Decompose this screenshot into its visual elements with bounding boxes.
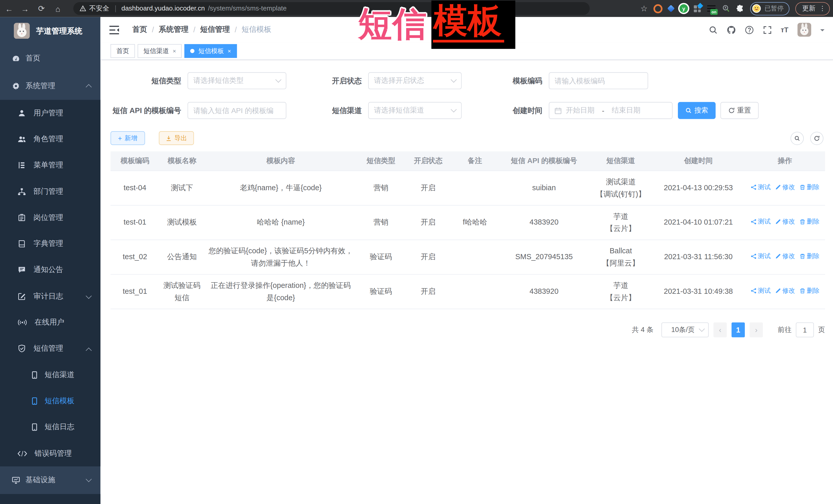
filter-label-status: 开启状态 [298,72,362,89]
tab-sms-template[interactable]: 短信模板× [185,44,237,58]
forward-icon[interactable]: → [18,0,32,17]
edit-link[interactable]: 修改 [775,286,795,296]
search-button[interactable]: 搜索 [678,102,716,119]
edit-link[interactable]: 修改 [775,251,795,262]
sms-type-select[interactable]: 请选择短信类型 [187,72,286,89]
prev-page-button[interactable]: ‹ [714,322,727,337]
add-button[interactable]: + 新增 [111,131,145,145]
test-link[interactable]: 测试 [751,251,771,262]
breadcrumb-system[interactable]: 系统管理 [159,25,188,34]
sidebar-item-roles[interactable]: 角色管理 [0,126,100,152]
col-header: 短信 API 的模板编号 [498,151,590,171]
cell-created: 2021-04-13 00:29:53 [652,178,745,198]
extension-orange-ring-icon[interactable] [653,4,663,13]
sidebar-item-departments[interactable]: 部门管理 [0,178,100,205]
breadcrumb-sms[interactable]: 短信管理 [200,25,230,34]
sidebar-item-infrastructure[interactable]: 基础设施 [0,466,100,494]
reload-icon[interactable]: ⟳ [34,0,48,17]
cell-remark [452,253,498,261]
cell-created: 2021-03-31 11:56:30 [652,247,745,267]
test-link[interactable]: 测试 [751,286,771,296]
sidebar-item-error-codes[interactable]: 错误码管理 [0,440,100,466]
edit-link[interactable]: 修改 [775,217,795,227]
app-logo[interactable]: 芋道管理系统 [0,17,100,45]
tab-home[interactable]: 首页 [111,44,135,58]
sidebar-item-sms[interactable]: 短信管理 [0,336,100,362]
sidebar-item-menus[interactable]: 菜单管理 [0,152,100,178]
sidebar-item-audit-log[interactable]: 审计日志 [0,283,100,309]
extension-green-icon[interactable]: y [680,4,688,13]
sidebar-item-notices[interactable]: 通知公告 [0,257,100,283]
page-1-button[interactable]: 1 [732,322,745,337]
tab-label: 短信渠道 [143,46,169,55]
help-icon[interactable] [744,25,754,34]
sidebar-item-label: 审计日志 [33,291,63,301]
cell-channel: 芋道【云片】 [590,275,652,308]
date-start-placeholder: 开始日期 [566,105,595,115]
cell-channel: Ballcat【阿里云】 [590,240,652,273]
search-icon[interactable] [709,25,718,34]
next-page-button[interactable]: › [750,322,763,337]
test-link[interactable]: 测试 [751,217,771,227]
test-link[interactable]: 测试 [751,182,771,193]
extension-search-person-icon[interactable] [722,5,730,13]
tab-sms-channel[interactable]: 短信渠道× [138,44,182,58]
sidebar-item-dictionary[interactable]: 字典管理 [0,231,100,257]
page-size-select[interactable]: 10条/页 [662,322,709,337]
screen: ← → ⟳ ⌂ 不安全 dashboard.yudao.iocoder.cn/s… [0,0,833,504]
close-icon[interactable]: × [172,48,176,54]
extension-blue-gem-icon[interactable] [667,5,674,12]
status-select[interactable]: 请选择开启状态 [368,72,462,89]
table-refresh-icon[interactable] [810,132,824,145]
sidebar-item-users[interactable]: 用户管理 [0,100,100,126]
home-icon[interactable]: ⌂ [51,0,65,17]
bookmark-star-icon[interactable]: ☆ [640,4,648,13]
export-button[interactable]: 导出 [159,131,194,145]
api-template-id-input[interactable] [187,102,286,119]
avatar-caret-icon[interactable] [820,29,825,33]
back-icon[interactable]: ← [2,0,16,17]
sidebar-item-online-users[interactable]: 在线用户 [0,309,100,336]
sidebar-item-sms-channel[interactable]: 短信渠道 [0,362,100,388]
font-size-icon[interactable]: тT [781,26,788,33]
profile-chip[interactable]: 已暂停 [750,2,789,15]
delete-link[interactable]: 删除 [799,251,819,262]
tab-label: 首页 [116,46,129,55]
cell-name: 测试验证码短信 [160,275,205,308]
breadcrumb-home[interactable]: 首页 [132,25,147,34]
close-icon[interactable]: × [228,48,231,54]
sidebar-item-label: 部门管理 [33,187,63,196]
fullscreen-icon[interactable] [763,25,772,34]
sidebar-item-label: 短信模板 [45,396,74,406]
sidebar-item-home[interactable]: 首页 [0,45,100,72]
github-icon[interactable] [727,25,736,34]
sidebar-item-label: 系统管理 [25,81,55,91]
url-path: /system/sms/sms-template [208,5,287,12]
delete-link[interactable]: 删除 [799,286,819,296]
edit-link[interactable]: 修改 [775,182,795,193]
table-row: test-01 测试模板 哈哈哈 {name} 营销 开启 f哈哈哈 43839… [111,206,825,240]
avatar[interactable] [798,23,811,37]
goto-page-input[interactable] [796,322,814,337]
sidebar-item-sms-template[interactable]: 短信模板 [0,388,100,414]
delete-link[interactable]: 删除 [799,217,819,227]
extensions-puzzle-icon[interactable] [736,4,744,13]
update-button[interactable]: 更新 ⋮ [795,2,830,15]
extension-grid-icon[interactable] [694,5,701,12]
extension-list-icon[interactable]: on [707,5,716,13]
security-label[interactable]: 不安全 [89,4,109,13]
table-search-toggle-icon[interactable] [790,132,804,145]
template-code-input[interactable] [549,72,648,89]
date-range-picker[interactable]: 开始日期 - 结束日期 [549,102,672,119]
sidebar-item-sms-log[interactable]: 短信日志 [0,414,100,440]
search-icon [685,107,692,114]
browser-actions: ☆ y on 已暂停 更新 ⋮ [640,0,830,17]
sms-channel-select[interactable]: 请选择短信渠道 [368,102,462,119]
reset-button[interactable]: 重置 [720,102,759,119]
sidebar-item-posts[interactable]: 岗位管理 [0,205,100,231]
delete-link[interactable]: 删除 [799,182,819,193]
browser-menu-icon[interactable]: ⋮ [819,5,826,12]
sidebar-item-system[interactable]: 系统管理 [0,72,100,100]
collapse-sidebar-icon[interactable] [109,25,119,34]
sidebar-item-label: 错误码管理 [34,449,72,458]
